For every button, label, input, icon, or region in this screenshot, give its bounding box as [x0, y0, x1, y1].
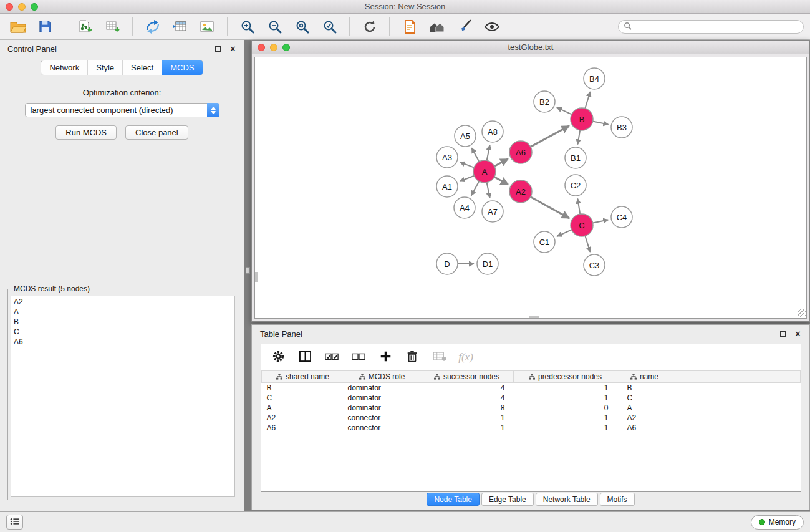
graph-node-C3[interactable]: C3 [584, 254, 605, 276]
graph-edge[interactable] [531, 126, 569, 147]
graph-edge[interactable] [585, 236, 590, 252]
result-item[interactable]: B [11, 317, 234, 327]
tab-edge-table[interactable]: Edge Table [481, 493, 534, 506]
control-panel-close-button[interactable]: ✕ [229, 45, 236, 53]
graph-edge[interactable] [593, 220, 609, 223]
run-mcds-button[interactable]: Run MCDS [55, 125, 117, 140]
graph-edge[interactable] [531, 197, 569, 218]
table-settings-button[interactable] [271, 351, 285, 364]
import-table-from-file-button[interactable] [101, 17, 124, 37]
table-cell[interactable]: 8 [420, 403, 514, 413]
column-header-name[interactable]: name [617, 371, 672, 383]
graph-node-B[interactable]: B [571, 108, 593, 130]
table-cell[interactable]: dominator [344, 393, 420, 403]
table-row[interactable]: A2connector11A2 [262, 413, 801, 423]
graph-node-D1[interactable]: D1 [477, 253, 498, 274]
result-item[interactable]: A2 [11, 297, 234, 307]
graph-node-A2[interactable]: A2 [509, 180, 532, 203]
graph-edge[interactable] [593, 122, 609, 125]
table-cell[interactable]: 1 [514, 393, 617, 403]
graph-node-B3[interactable]: B3 [611, 117, 632, 138]
graph-node-B1[interactable]: B1 [565, 147, 586, 168]
table-cell[interactable]: connector [344, 423, 420, 433]
save-session-button[interactable] [34, 17, 57, 37]
table-cell[interactable]: dominator [344, 383, 420, 393]
column-header-successor-nodes[interactable]: successor nodes [420, 371, 514, 383]
share-network-button[interactable] [141, 17, 164, 37]
graph-node-A5[interactable]: A5 [455, 125, 476, 147]
refresh-button[interactable] [358, 17, 381, 37]
graph-edge[interactable] [557, 107, 572, 114]
table-cell[interactable]: C [617, 393, 672, 403]
table-cell[interactable]: dominator [344, 403, 420, 413]
graph-edge[interactable] [487, 145, 490, 161]
control-panel-float-button[interactable] [215, 46, 221, 52]
result-item[interactable]: A6 [11, 337, 234, 347]
graph-edge[interactable] [460, 176, 474, 181]
table-cell[interactable]: 1 [514, 383, 617, 393]
function-builder-button[interactable]: f(x) [459, 351, 473, 364]
table-cell[interactable]: A6 [262, 423, 344, 433]
new-table-button[interactable] [168, 17, 191, 37]
table-cell[interactable]: 1 [514, 423, 617, 433]
zoom-selected-button[interactable] [318, 17, 341, 37]
close-panel-button[interactable]: Close panel [125, 125, 188, 140]
search-box[interactable] [618, 20, 804, 34]
table-panel-float-button[interactable] [780, 331, 786, 337]
table-cell[interactable]: A [262, 403, 344, 413]
delete-column-button[interactable] [405, 351, 419, 364]
open-document-button[interactable] [398, 17, 421, 37]
zoom-in-button[interactable] [236, 17, 259, 37]
network-canvas[interactable]: B4B2BB3A8A5A6A3B1AC2A1A2A4A7C4CC1C3DD1 [254, 57, 807, 319]
select-all-button[interactable] [325, 351, 339, 364]
result-item[interactable]: A [11, 307, 234, 317]
export-image-button[interactable] [196, 17, 219, 37]
tab-node-table[interactable]: Node Table [427, 493, 480, 506]
table-cell[interactable]: connector [344, 413, 420, 423]
table-cell[interactable]: 1 [420, 413, 514, 423]
graph-edge[interactable] [557, 230, 572, 236]
column-header-shared-name[interactable]: shared name [262, 371, 344, 383]
search-input[interactable] [635, 22, 798, 31]
tab-style[interactable]: Style [87, 60, 122, 75]
column-header-predecessor-nodes[interactable]: predecessor nodes [514, 371, 617, 383]
result-item[interactable]: C [11, 327, 234, 337]
tab-motifs[interactable]: Motifs [600, 493, 635, 506]
column-header-mcds-role[interactable]: MCDS role [344, 371, 420, 383]
graph-edge[interactable] [494, 177, 508, 185]
graph-svg[interactable]: B4B2BB3A8A5A6A3B1AC2A1A2A4A7C4CC1C3DD1 [255, 57, 806, 318]
show-columns-button[interactable] [298, 351, 312, 364]
graph-edge[interactable] [471, 181, 480, 196]
zoom-out-button[interactable] [263, 17, 286, 37]
table-cell[interactable]: B [617, 383, 672, 393]
table-cell[interactable]: A6 [617, 423, 672, 433]
table-cell[interactable]: A [617, 403, 672, 413]
memory-button[interactable]: Memory [751, 515, 804, 530]
graph-edge[interactable] [585, 92, 590, 109]
table-cell[interactable]: 0 [514, 403, 617, 413]
dropdown-stepper-icon[interactable] [207, 103, 219, 117]
graph-node-C1[interactable]: C1 [534, 231, 555, 253]
home-button[interactable] [425, 17, 448, 37]
table-cell[interactable]: B [262, 383, 344, 393]
graph-edge[interactable] [472, 148, 480, 162]
tab-select[interactable]: Select [122, 60, 162, 75]
network-zoom-button[interactable] [282, 44, 290, 51]
table-cell[interactable]: C [262, 393, 344, 403]
panel-splitter-handle[interactable] [246, 267, 250, 274]
graph-edge[interactable] [578, 130, 581, 145]
close-window-button[interactable] [6, 3, 13, 11]
network-minimize-button[interactable] [270, 44, 277, 51]
table-cell[interactable]: 4 [420, 383, 514, 393]
deselect-all-button[interactable] [352, 351, 365, 364]
graph-node-A1[interactable]: A1 [436, 176, 458, 197]
mcds-result-list[interactable]: A2ABCA6 [11, 296, 235, 497]
resize-grip-icon[interactable] [798, 309, 806, 317]
table-cell[interactable]: 1 [514, 413, 617, 423]
add-column-button[interactable] [378, 351, 392, 364]
import-network-from-file-button[interactable] [74, 17, 97, 37]
tab-mcds[interactable]: MCDS [162, 60, 202, 75]
paint-button[interactable] [453, 17, 476, 37]
graph-node-A8[interactable]: A8 [482, 121, 503, 142]
open-session-button[interactable] [6, 17, 29, 37]
